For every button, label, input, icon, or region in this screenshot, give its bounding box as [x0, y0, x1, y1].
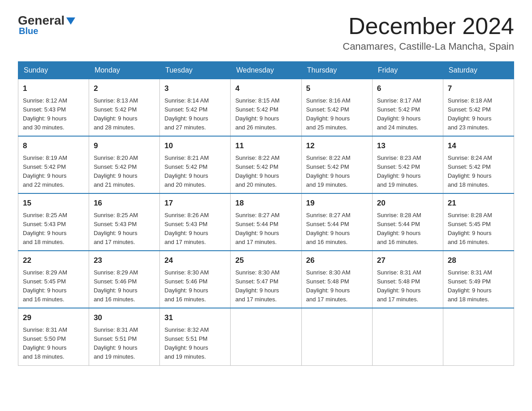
day-number: 24 — [164, 255, 226, 266]
weekday-header-row: SundayMondayTuesdayWednesdayThursdayFrid… — [18, 62, 514, 79]
day-number: 7 — [448, 83, 509, 94]
day-info: Sunrise: 8:24 AMSunset: 5:42 PMDaylight:… — [448, 154, 509, 190]
day-number: 18 — [235, 197, 296, 209]
day-info: Sunrise: 8:30 AMSunset: 5:47 PMDaylight:… — [235, 268, 296, 304]
day-number: 2 — [94, 83, 155, 94]
month-title: December 2024 — [343, 13, 514, 39]
day-info: Sunrise: 8:17 AMSunset: 5:42 PMDaylight:… — [377, 96, 438, 133]
calendar-cell: 22Sunrise: 8:29 AMSunset: 5:45 PMDayligh… — [18, 251, 89, 308]
calendar-week-row: 1Sunrise: 8:12 AMSunset: 5:43 PMDaylight… — [18, 79, 514, 137]
calendar-cell: 6Sunrise: 8:17 AMSunset: 5:42 PMDaylight… — [372, 79, 443, 137]
calendar-week-row: 15Sunrise: 8:25 AMSunset: 5:43 PMDayligh… — [18, 193, 514, 251]
day-number: 21 — [448, 197, 509, 209]
day-number: 8 — [23, 140, 84, 152]
calendar-cell: 28Sunrise: 8:31 AMSunset: 5:49 PMDayligh… — [443, 251, 514, 308]
calendar-week-row: 22Sunrise: 8:29 AMSunset: 5:45 PMDayligh… — [18, 251, 514, 308]
day-info: Sunrise: 8:30 AMSunset: 5:48 PMDaylight:… — [306, 268, 368, 304]
calendar-cell: 11Sunrise: 8:22 AMSunset: 5:42 PMDayligh… — [231, 136, 301, 193]
calendar-cell: 23Sunrise: 8:29 AMSunset: 5:46 PMDayligh… — [89, 251, 160, 308]
calendar-cell: 24Sunrise: 8:30 AMSunset: 5:46 PMDayligh… — [160, 251, 231, 308]
calendar-cell: 2Sunrise: 8:13 AMSunset: 5:42 PMDaylight… — [89, 79, 160, 137]
calendar-cell: 25Sunrise: 8:30 AMSunset: 5:47 PMDayligh… — [231, 251, 301, 308]
day-number: 5 — [306, 83, 368, 94]
day-info: Sunrise: 8:28 AMSunset: 5:44 PMDaylight:… — [377, 211, 438, 247]
calendar-week-row: 29Sunrise: 8:31 AMSunset: 5:50 PMDayligh… — [18, 308, 514, 365]
logo-triangle-icon — [66, 17, 75, 25]
weekday-header-wednesday: Wednesday — [231, 62, 301, 79]
location-title: Canamares, Castille-La Mancha, Spain — [343, 41, 514, 52]
day-number: 17 — [164, 197, 226, 209]
logo-blue-text: Blue — [19, 26, 38, 36]
day-number: 4 — [235, 83, 296, 94]
calendar-cell: 31Sunrise: 8:32 AMSunset: 5:51 PMDayligh… — [160, 308, 231, 365]
calendar-cell: 8Sunrise: 8:19 AMSunset: 5:42 PMDaylight… — [18, 136, 89, 193]
day-number: 27 — [377, 255, 438, 266]
calendar-cell: 3Sunrise: 8:14 AMSunset: 5:42 PMDaylight… — [160, 79, 231, 137]
calendar-cell: 30Sunrise: 8:31 AMSunset: 5:51 PMDayligh… — [89, 308, 160, 365]
day-info: Sunrise: 8:27 AMSunset: 5:44 PMDaylight:… — [306, 211, 368, 247]
day-number: 31 — [164, 312, 226, 324]
calendar-week-row: 8Sunrise: 8:19 AMSunset: 5:42 PMDaylight… — [18, 136, 514, 193]
day-number: 19 — [306, 197, 368, 209]
calendar-cell: 9Sunrise: 8:20 AMSunset: 5:42 PMDaylight… — [89, 136, 160, 193]
calendar-cell: 20Sunrise: 8:28 AMSunset: 5:44 PMDayligh… — [372, 193, 443, 251]
weekday-header-saturday: Saturday — [443, 62, 514, 79]
page-header: General Blue December 2024 Canamares, Ca… — [18, 13, 514, 52]
weekday-header-sunday: Sunday — [18, 62, 89, 79]
day-info: Sunrise: 8:18 AMSunset: 5:42 PMDaylight:… — [448, 96, 509, 133]
day-number: 23 — [94, 255, 155, 266]
day-number: 6 — [377, 83, 438, 94]
calendar-cell: 1Sunrise: 8:12 AMSunset: 5:43 PMDaylight… — [18, 79, 89, 137]
calendar-cell: 14Sunrise: 8:24 AMSunset: 5:42 PMDayligh… — [443, 136, 514, 193]
day-info: Sunrise: 8:22 AMSunset: 5:42 PMDaylight:… — [235, 154, 296, 190]
calendar-cell: 18Sunrise: 8:27 AMSunset: 5:44 PMDayligh… — [231, 193, 301, 251]
day-number: 15 — [23, 197, 84, 209]
day-info: Sunrise: 8:23 AMSunset: 5:42 PMDaylight:… — [377, 154, 438, 190]
day-number: 16 — [94, 197, 155, 209]
day-info: Sunrise: 8:29 AMSunset: 5:46 PMDaylight:… — [94, 268, 155, 304]
day-number: 1 — [23, 83, 84, 94]
day-number: 22 — [23, 255, 84, 266]
calendar-cell — [372, 308, 443, 365]
day-number: 10 — [164, 140, 226, 152]
calendar-cell: 16Sunrise: 8:25 AMSunset: 5:43 PMDayligh… — [89, 193, 160, 251]
calendar-table: SundayMondayTuesdayWednesdayThursdayFrid… — [18, 61, 514, 365]
weekday-header-friday: Friday — [372, 62, 443, 79]
weekday-header-monday: Monday — [89, 62, 160, 79]
day-number: 9 — [94, 140, 155, 152]
calendar-cell: 12Sunrise: 8:22 AMSunset: 5:42 PMDayligh… — [301, 136, 372, 193]
day-info: Sunrise: 8:31 AMSunset: 5:50 PMDaylight:… — [23, 325, 84, 362]
calendar-cell — [301, 308, 372, 365]
calendar-cell: 17Sunrise: 8:26 AMSunset: 5:43 PMDayligh… — [160, 193, 231, 251]
day-info: Sunrise: 8:14 AMSunset: 5:42 PMDaylight:… — [164, 96, 226, 133]
day-info: Sunrise: 8:16 AMSunset: 5:42 PMDaylight:… — [306, 96, 368, 133]
day-number: 12 — [306, 140, 368, 152]
day-info: Sunrise: 8:20 AMSunset: 5:42 PMDaylight:… — [94, 154, 155, 190]
day-info: Sunrise: 8:19 AMSunset: 5:42 PMDaylight:… — [23, 154, 84, 190]
weekday-header-tuesday: Tuesday — [160, 62, 231, 79]
calendar-cell: 7Sunrise: 8:18 AMSunset: 5:42 PMDaylight… — [443, 79, 514, 137]
weekday-header-thursday: Thursday — [301, 62, 372, 79]
day-info: Sunrise: 8:28 AMSunset: 5:45 PMDaylight:… — [448, 211, 509, 247]
calendar-cell — [231, 308, 301, 365]
day-info: Sunrise: 8:13 AMSunset: 5:42 PMDaylight:… — [94, 96, 155, 133]
calendar-cell: 4Sunrise: 8:15 AMSunset: 5:42 PMDaylight… — [231, 79, 301, 137]
day-info: Sunrise: 8:29 AMSunset: 5:45 PMDaylight:… — [23, 268, 84, 304]
day-number: 29 — [23, 312, 84, 324]
calendar-cell: 10Sunrise: 8:21 AMSunset: 5:42 PMDayligh… — [160, 136, 231, 193]
day-number: 26 — [306, 255, 368, 266]
calendar-cell: 27Sunrise: 8:31 AMSunset: 5:48 PMDayligh… — [372, 251, 443, 308]
day-number: 30 — [94, 312, 155, 324]
calendar-cell: 26Sunrise: 8:30 AMSunset: 5:48 PMDayligh… — [301, 251, 372, 308]
day-number: 3 — [164, 83, 226, 94]
day-number: 13 — [377, 140, 438, 152]
day-info: Sunrise: 8:21 AMSunset: 5:42 PMDaylight:… — [164, 154, 226, 190]
title-section: December 2024 Canamares, Castille-La Man… — [343, 13, 514, 52]
day-number: 20 — [377, 197, 438, 209]
day-info: Sunrise: 8:25 AMSunset: 5:43 PMDaylight:… — [23, 211, 84, 247]
day-info: Sunrise: 8:31 AMSunset: 5:48 PMDaylight:… — [377, 268, 438, 304]
day-info: Sunrise: 8:12 AMSunset: 5:43 PMDaylight:… — [23, 96, 84, 133]
calendar-cell: 19Sunrise: 8:27 AMSunset: 5:44 PMDayligh… — [301, 193, 372, 251]
calendar-cell: 21Sunrise: 8:28 AMSunset: 5:45 PMDayligh… — [443, 193, 514, 251]
day-info: Sunrise: 8:27 AMSunset: 5:44 PMDaylight:… — [235, 211, 296, 247]
